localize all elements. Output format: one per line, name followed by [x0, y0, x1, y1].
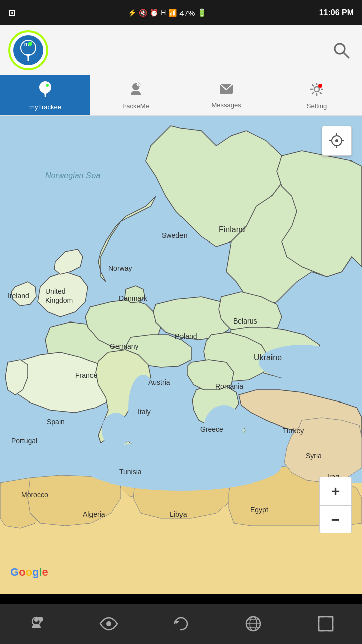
svg-point-15 — [314, 87, 319, 92]
tab-messages-label: Messages — [211, 101, 241, 109]
zoom-in-button[interactable]: + — [319, 477, 352, 505]
svg-point-7 — [39, 81, 51, 93]
globe-icon — [244, 615, 262, 633]
svg-line-20 — [312, 84, 314, 86]
eye-icon — [99, 617, 118, 631]
search-button[interactable] — [329, 38, 354, 63]
app-bar: mT — [0, 25, 362, 75]
svg-line-23 — [312, 92, 314, 94]
svg-marker-61 — [125, 286, 145, 303]
map-area[interactable]: Norwegian Sea Norway Sweden Finland Denm… — [0, 116, 362, 594]
battery-icon: 🔋 — [197, 8, 207, 17]
messages-icon — [219, 83, 234, 99]
tab-setting-label: Setting — [307, 102, 327, 110]
refresh-icon — [172, 615, 190, 633]
svg-point-63 — [335, 139, 338, 142]
nav-tabs: myTrackee + trackeMe Messages — [0, 75, 362, 116]
tab-setting[interactable]: Setting — [272, 75, 362, 115]
svg-text:+: + — [137, 83, 140, 87]
setting-icon — [309, 82, 324, 100]
svg-point-59 — [102, 413, 130, 448]
svg-line-6 — [343, 52, 349, 58]
app-logo[interactable]: mT — [8, 30, 48, 70]
tab-trackeme-label: trackeMe — [122, 102, 149, 110]
alarm-icon: ⏰ — [150, 9, 158, 17]
map-svg — [0, 116, 362, 594]
svg-point-71 — [106, 621, 111, 626]
svg-point-70 — [38, 617, 43, 622]
svg-point-24 — [318, 84, 322, 88]
status-time: 11:06 PM — [319, 8, 354, 17]
screen-icon: 🖼 — [8, 9, 16, 17]
location-button[interactable] — [322, 126, 352, 156]
svg-point-8 — [46, 84, 49, 87]
svg-point-60 — [204, 405, 244, 450]
bottom-nav-refresh[interactable] — [166, 609, 196, 639]
svg-point-56 — [259, 345, 344, 380]
svg-point-69 — [34, 618, 38, 622]
bottom-nav-location[interactable] — [21, 609, 51, 639]
svg-marker-10 — [43, 92, 47, 96]
person-location-icon — [27, 614, 46, 633]
svg-marker-3 — [26, 54, 30, 58]
app-logo-inner: mT — [13, 35, 43, 65]
svg-point-57 — [80, 440, 282, 491]
zoom-controls: + − — [319, 477, 352, 533]
status-bar: 🖼 ⚡ 🔇 ⏰ H 📶 47% 🔋 11:06 PM — [0, 0, 362, 25]
svg-point-58 — [128, 375, 158, 440]
pin-icon: mT — [19, 39, 37, 62]
tab-trackeme[interactable]: + trackeMe — [90, 75, 181, 115]
svg-marker-48 — [187, 360, 234, 390]
app-bar-separator — [189, 35, 189, 65]
tab-mytrackee[interactable]: myTrackee — [0, 75, 90, 115]
crosshair-icon — [328, 132, 345, 149]
bottom-nav-eye[interactable] — [94, 609, 124, 639]
svg-line-21 — [320, 92, 322, 94]
signal-icon: 📶 — [168, 9, 177, 17]
svg-rect-78 — [319, 617, 333, 631]
google-logo: Google — [10, 566, 48, 579]
battery-percent: 47% — [179, 9, 195, 17]
mute-icon: 🔇 — [139, 9, 147, 17]
tab-messages[interactable]: Messages — [181, 75, 272, 115]
search-icon — [332, 41, 350, 59]
network-icon: H — [161, 9, 166, 17]
status-left-icons: 🖼 — [8, 9, 16, 17]
bottom-nav-expand[interactable] — [311, 609, 341, 639]
bottom-nav-globe[interactable] — [238, 609, 268, 639]
status-center-icons: ⚡ 🔇 ⏰ H 📶 47% 🔋 — [128, 8, 207, 17]
bottom-nav — [0, 604, 362, 644]
svg-point-4 — [28, 42, 32, 46]
trackeme-icon: + — [128, 82, 143, 100]
bluetooth-icon: ⚡ — [128, 9, 136, 17]
mytrackee-icon — [38, 80, 53, 101]
expand-icon — [317, 615, 335, 633]
tab-mytrackee-label: myTrackee — [29, 103, 61, 111]
zoom-out-button[interactable]: − — [319, 506, 352, 533]
